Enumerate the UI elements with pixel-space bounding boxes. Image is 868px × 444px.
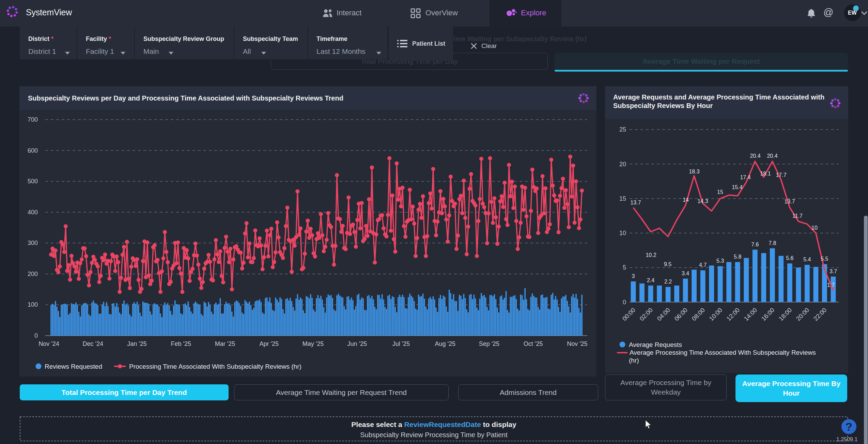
svg-text:14:00: 14:00 (743, 307, 758, 322)
svg-text:1.7: 1.7 (827, 282, 835, 288)
svg-text:06:00: 06:00 (673, 307, 689, 322)
svg-text:14.3: 14.3 (697, 198, 708, 204)
svg-text:3.7: 3.7 (830, 269, 837, 274)
svg-text:600: 600 (28, 147, 38, 154)
svg-text:10.2: 10.2 (646, 252, 656, 258)
svg-text:7.6: 7.6 (751, 242, 759, 247)
svg-text:08:00: 08:00 (691, 307, 706, 322)
svg-text:15: 15 (619, 195, 626, 202)
svg-text:17.4: 17.4 (740, 174, 750, 180)
svg-text:18.1: 18.1 (760, 171, 771, 177)
svg-text:3.4: 3.4 (682, 271, 689, 276)
svg-text:5.5: 5.5 (821, 256, 828, 262)
svg-text:22:00: 22:00 (812, 307, 828, 322)
svg-text:4.7: 4.7 (699, 262, 707, 268)
svg-text:5: 5 (623, 264, 626, 271)
svg-text:Average Requests: Average Requests (629, 341, 682, 348)
svg-text:02:00: 02:00 (638, 307, 654, 322)
svg-text:Jul '25: Jul '25 (392, 340, 410, 347)
svg-text:Aug '25: Aug '25 (435, 340, 455, 347)
svg-text:11.7: 11.7 (792, 213, 803, 219)
svg-text:00:00: 00:00 (621, 307, 637, 322)
svg-text:Apr '25: Apr '25 (260, 340, 279, 347)
svg-text:0: 0 (623, 299, 626, 306)
svg-text:Dec '24: Dec '24 (83, 340, 103, 347)
svg-text:300: 300 (28, 240, 38, 246)
svg-text:Mar '25: Mar '25 (215, 340, 235, 347)
svg-text:(hr): (hr) (629, 357, 639, 364)
svg-text:2.4: 2.4 (647, 277, 654, 283)
svg-text:5.8: 5.8 (734, 254, 741, 260)
svg-text:5.6: 5.6 (786, 255, 793, 261)
svg-text:16:00: 16:00 (760, 307, 776, 322)
svg-text:18:00: 18:00 (777, 307, 793, 322)
svg-text:25: 25 (619, 126, 626, 133)
svg-text:04:00: 04:00 (656, 307, 671, 322)
svg-text:Nov '25: Nov '25 (567, 340, 587, 347)
svg-text:Sep '25: Sep '25 (479, 340, 500, 347)
svg-text:700: 700 (28, 116, 38, 123)
svg-text:2.2: 2.2 (664, 279, 672, 285)
svg-text:20:00: 20:00 (795, 307, 810, 322)
svg-text:3: 3 (632, 273, 635, 279)
svg-text:12:00: 12:00 (725, 307, 741, 322)
svg-text:May '25: May '25 (303, 340, 324, 347)
svg-text:5.3: 5.3 (716, 258, 724, 264)
svg-text:0: 0 (34, 332, 38, 339)
svg-text:Processing Time Associated Wit: Processing Time Associated With Subspeci… (129, 363, 301, 370)
svg-text:9.5: 9.5 (664, 261, 671, 267)
svg-text:100: 100 (28, 301, 38, 308)
svg-text:Jun '25: Jun '25 (347, 340, 367, 347)
svg-text:10:00: 10:00 (708, 307, 724, 322)
svg-text:500: 500 (28, 178, 38, 185)
svg-text:20.4: 20.4 (767, 153, 777, 159)
svg-text:7.8: 7.8 (769, 240, 776, 246)
svg-text:14: 14 (683, 197, 689, 203)
svg-text:Average Processing Time Associ: Average Processing Time Associated With … (630, 349, 816, 356)
svg-text:17.7: 17.7 (776, 172, 786, 178)
svg-text:5.4: 5.4 (803, 257, 811, 262)
svg-text:20: 20 (619, 161, 626, 168)
svg-text:10: 10 (811, 225, 818, 231)
svg-text:Jan '25: Jan '25 (127, 340, 146, 347)
svg-text:13.7: 13.7 (784, 199, 795, 204)
svg-text:Feb '25: Feb '25 (171, 340, 191, 347)
svg-text:15.4: 15.4 (732, 184, 742, 190)
svg-text:10: 10 (619, 230, 626, 236)
svg-text:400: 400 (28, 209, 38, 216)
svg-text:20.4: 20.4 (750, 153, 760, 159)
svg-text:13.7: 13.7 (630, 200, 641, 205)
svg-text:18.3: 18.3 (689, 169, 699, 174)
svg-text:Oct '25: Oct '25 (524, 340, 543, 347)
svg-text:Nov '24: Nov '24 (38, 340, 59, 347)
svg-text:15: 15 (717, 189, 723, 195)
svg-text:Reviews Requested: Reviews Requested (45, 363, 102, 370)
svg-text:200: 200 (28, 271, 38, 277)
